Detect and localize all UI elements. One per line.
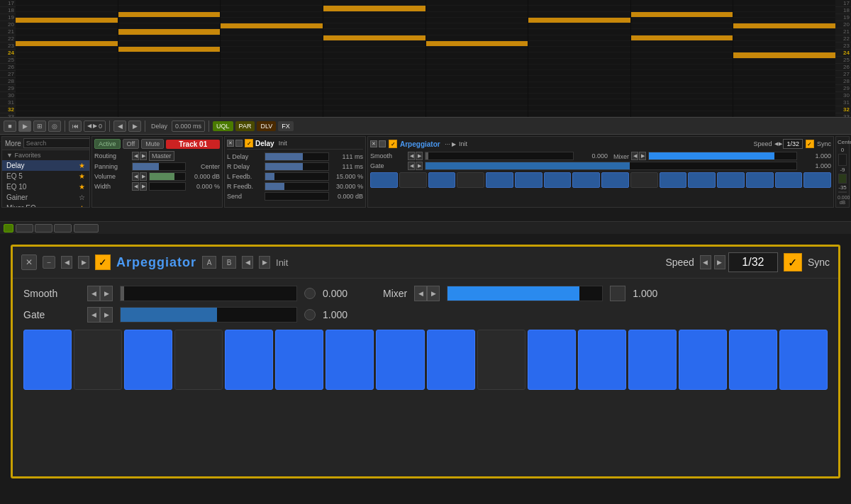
send-slider[interactable] [265, 192, 329, 201]
arp-next-button[interactable]: ▶ [78, 256, 89, 269]
gainer-star[interactable]: ☆ [79, 194, 85, 201]
arp-step-main-14[interactable] [679, 330, 727, 390]
sync-checkbox[interactable]: ✓ [784, 253, 802, 271]
arp-step-main-12[interactable] [578, 330, 626, 390]
loop-btn[interactable]: ⊞ [33, 121, 46, 132]
stop-btn[interactable]: ■ [4, 121, 16, 132]
mixer-slider[interactable] [447, 286, 603, 301]
rewind-btn[interactable]: ⏮ [69, 121, 82, 132]
time-dropdown[interactable]: ◀ ▶ 0 [84, 121, 106, 132]
delay-min-btn[interactable] [235, 140, 243, 147]
panning-slider[interactable] [132, 162, 186, 171]
device-item-eq10[interactable]: EQ 10 ★ [2, 181, 89, 192]
arp-prev-button[interactable]: ◀ [61, 256, 72, 269]
arp-minimize-button[interactable]: – [43, 256, 55, 269]
transport-btn-4[interactable] [74, 224, 99, 233]
speed-nav-right[interactable]: ▶ [714, 255, 725, 269]
l-feedb-slider[interactable] [265, 172, 329, 181]
gate-arrow-left[interactable]: ◀ [87, 307, 100, 323]
volume-arrow-right[interactable]: ▶ [140, 172, 147, 181]
arp-step-1-small[interactable] [370, 172, 398, 188]
width-arrow-left[interactable]: ◀ [132, 182, 139, 191]
gate-slider[interactable] [120, 307, 297, 323]
device-item-gainer[interactable]: Gainer ☆ [2, 192, 89, 203]
volume-arrow-left[interactable]: ◀ [132, 172, 139, 181]
time-arrow-left[interactable]: ◀ [87, 123, 91, 129]
eq5-star[interactable]: ★ [79, 172, 85, 180]
play-btn[interactable]: ▶ [18, 121, 31, 132]
mixer-arrow-left[interactable]: ◀ [414, 286, 427, 301]
next-btn[interactable]: ▶ [128, 121, 141, 132]
arp-init-label[interactable]: Init [276, 257, 288, 268]
arp-step-15-small[interactable] [775, 172, 803, 188]
arp-enable-checkbox[interactable]: ✓ [95, 254, 111, 270]
arp-init-small[interactable]: Init [459, 140, 467, 147]
width-arrow-right[interactable]: ▶ [140, 182, 147, 191]
routing-value[interactable]: Master [149, 151, 174, 161]
speed-value-display[interactable]: 1/32 [728, 252, 778, 272]
arp-step-4-small[interactable] [457, 172, 484, 188]
arp-enable-checkbox-small[interactable]: ✓ [389, 140, 397, 148]
mute-button[interactable]: Mute [141, 139, 164, 149]
arp-step-main-7[interactable] [326, 330, 374, 390]
arp-step-main-2[interactable] [74, 330, 122, 390]
arp-nav-right[interactable]: ▶ [259, 256, 270, 269]
arp-close-btn-small[interactable]: ✕ [370, 140, 377, 147]
arp-speed-nav-right-small[interactable]: ▶ [779, 141, 782, 147]
volume-slider[interactable] [149, 172, 186, 181]
time-arrow-right[interactable]: ▶ [93, 123, 97, 129]
transport-indicator[interactable] [4, 224, 13, 233]
arp-step-main-10[interactable] [477, 330, 525, 390]
mixereq-star[interactable]: ★ [79, 204, 85, 208]
smooth-arrow-right[interactable]: ▶ [100, 286, 113, 301]
transport-btn-1[interactable] [16, 224, 33, 233]
more-label[interactable]: More [5, 140, 21, 147]
delay-value-display[interactable]: 0.000 ms [172, 121, 205, 132]
r-delay-slider[interactable] [265, 162, 329, 171]
arp-step-9-small[interactable] [601, 172, 629, 188]
smooth-slider[interactable] [120, 286, 297, 301]
prev-btn[interactable]: ◀ [113, 121, 126, 132]
gate-arrow-right[interactable]: ▶ [100, 307, 113, 323]
dlv-tag[interactable]: DLV [257, 121, 276, 131]
device-search-input[interactable] [23, 138, 90, 148]
arp-smooth-slider-small[interactable] [425, 152, 574, 160]
arp-step-main-15[interactable] [729, 330, 777, 390]
arp-gate-slider-small[interactable] [425, 162, 797, 170]
arp-mixer-left-small[interactable]: ◀ [631, 152, 638, 160]
arp-mixer-right-small[interactable]: ▶ [639, 152, 646, 160]
arp-step-main-8[interactable] [376, 330, 424, 390]
routing-arrow-right[interactable]: ▶ [140, 152, 147, 160]
arp-step-main-1[interactable] [23, 330, 72, 390]
arp-step-main-6[interactable] [275, 330, 323, 390]
arp-step-3-small[interactable] [428, 172, 456, 188]
arp-nav-left[interactable]: ◀ [242, 256, 253, 269]
arp-step-main-4[interactable] [174, 330, 223, 390]
smooth-arrow-left[interactable]: ◀ [87, 286, 100, 301]
speed-nav-left[interactable]: ◀ [700, 255, 711, 269]
transport-btn-3[interactable] [54, 224, 72, 233]
arp-step-main-9[interactable] [427, 330, 475, 390]
arp-step-main-16[interactable] [779, 330, 828, 390]
arp-step-5-small[interactable] [486, 172, 513, 188]
device-item-delay[interactable]: Delay ★ [2, 160, 89, 171]
arp-step-10-small[interactable] [630, 172, 658, 188]
arp-sync-checkbox-small[interactable]: ✓ [806, 140, 814, 148]
active-button[interactable]: Active [94, 139, 121, 149]
track-name[interactable]: Track 01 [166, 140, 220, 149]
delay-enable-checkbox[interactable]: ✓ [245, 139, 253, 147]
smooth-radio[interactable] [304, 288, 316, 299]
routing-arrow-left[interactable]: ◀ [132, 152, 139, 160]
arp-min-btn-small[interactable] [379, 140, 386, 147]
off-button[interactable]: Off [123, 139, 140, 149]
arp-step-13-small[interactable] [717, 172, 745, 188]
arp-speed-nav-left-small[interactable]: ◀ [774, 141, 778, 147]
arp-gate-left-small[interactable]: ◀ [408, 162, 415, 170]
arp-step-11-small[interactable] [660, 172, 687, 188]
arp-step-main-13[interactable] [628, 330, 677, 390]
arp-step-7-small[interactable] [544, 172, 572, 188]
gate-radio[interactable] [304, 309, 316, 320]
delay-star[interactable]: ★ [79, 162, 85, 169]
transport-btn-2[interactable] [35, 224, 52, 233]
par-tag[interactable]: PAR [235, 121, 255, 131]
